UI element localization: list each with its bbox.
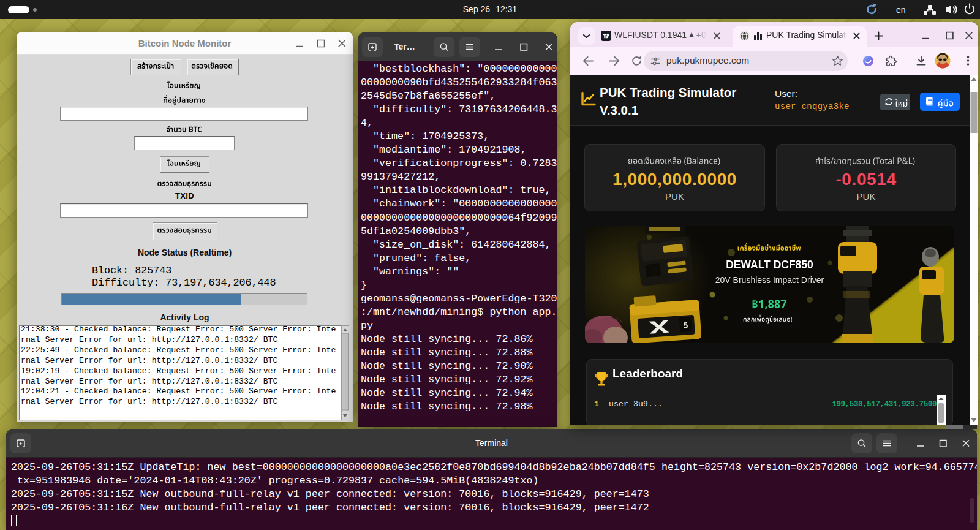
- svg-text:en: en: [896, 5, 906, 15]
- svg-text:5: 5: [683, 320, 688, 330]
